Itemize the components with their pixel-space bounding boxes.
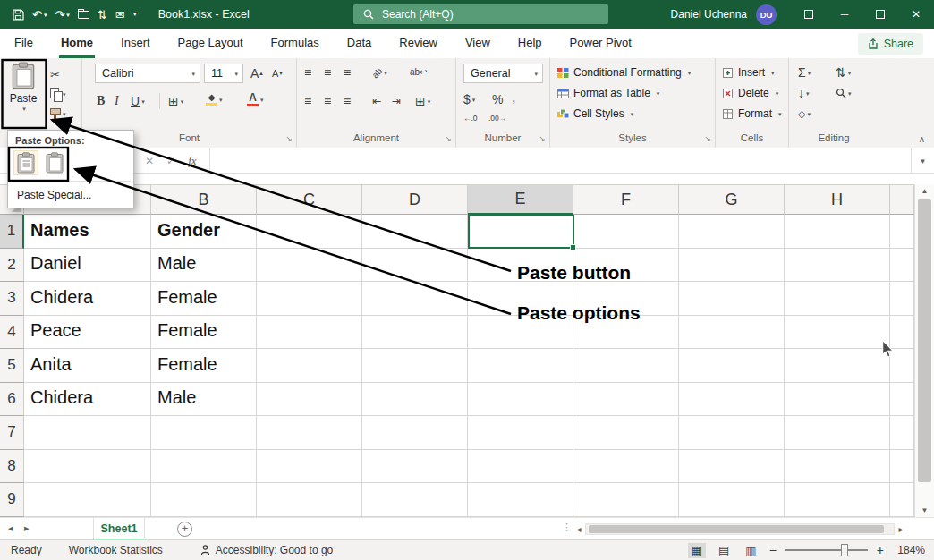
cell-E7[interactable] xyxy=(468,416,573,450)
new-sheet-button[interactable]: + xyxy=(177,522,192,537)
comma-style-button[interactable]: , xyxy=(512,89,515,106)
workbook-statistics-button[interactable]: Workbook Statistics xyxy=(69,544,163,556)
font-size-select[interactable]: 11▾ xyxy=(204,64,243,83)
tab-view[interactable]: View xyxy=(463,29,492,58)
font-family-select[interactable]: Calibri▾ xyxy=(95,64,200,83)
format-cells-button[interactable]: Format▾ xyxy=(723,105,782,123)
row-header-4[interactable]: 4 xyxy=(0,316,24,350)
enter-icon[interactable]: ✓ xyxy=(166,155,175,167)
decrease-font-size-button[interactable]: A▾ xyxy=(272,64,283,82)
cell-F2[interactable] xyxy=(573,249,679,283)
increase-font-size-button[interactable]: A▴ xyxy=(250,64,263,82)
tab-formulas[interactable]: Formulas xyxy=(269,29,321,58)
cell-H5[interactable] xyxy=(785,349,890,383)
scroll-down-icon[interactable]: ▼ xyxy=(915,504,934,517)
horizontal-scroll-thumb[interactable] xyxy=(589,525,884,533)
cell-H4[interactable] xyxy=(785,316,890,350)
row-header-3[interactable]: 3 xyxy=(0,282,24,316)
column-header-C[interactable]: C xyxy=(257,185,362,215)
email-icon[interactable]: ✉ xyxy=(115,9,125,21)
align-center-button[interactable]: ≡ xyxy=(324,92,331,110)
cell-G8[interactable] xyxy=(679,450,785,484)
merge-center-button[interactable]: ⊞▾ xyxy=(415,92,430,110)
sheet-nav-right-icon[interactable]: ▸ xyxy=(24,522,30,534)
cell-C9[interactable] xyxy=(257,483,362,517)
cell-B4[interactable]: Female xyxy=(151,316,257,350)
cell-B9[interactable] xyxy=(151,483,257,517)
cell-F5[interactable] xyxy=(573,349,679,383)
zoom-in-button[interactable]: + xyxy=(877,543,884,557)
tab-help[interactable]: Help xyxy=(516,29,544,58)
decrease-indent-button[interactable]: ⇤ xyxy=(372,92,381,110)
cell-F1[interactable] xyxy=(573,215,679,249)
sheet-tab-sheet1[interactable]: Sheet1 xyxy=(93,518,145,540)
cell-D2[interactable] xyxy=(362,249,468,283)
cell-E3[interactable] xyxy=(468,282,573,316)
cell-F4[interactable] xyxy=(573,316,679,350)
cell-C5[interactable] xyxy=(257,349,362,383)
cell-H2[interactable] xyxy=(785,249,890,283)
cell-D1[interactable] xyxy=(362,215,468,249)
cell-D3[interactable] xyxy=(362,282,468,316)
cell-G4[interactable] xyxy=(679,316,785,350)
align-left-button[interactable]: ≡ xyxy=(304,92,311,110)
cell-A4[interactable]: Peace xyxy=(24,316,151,350)
cell-A1[interactable]: Names xyxy=(24,215,151,249)
normal-view-icon[interactable]: ▦ xyxy=(688,543,706,558)
format-painter-button[interactable]: ▾ xyxy=(50,105,66,123)
paste-special-menu-item[interactable]: Paste Special... xyxy=(8,185,133,203)
zoom-slider[interactable] xyxy=(785,549,868,551)
find-select-button[interactable]: ▾ xyxy=(836,84,852,102)
number-format-select[interactable]: General▾ xyxy=(463,64,543,83)
cell-D7[interactable] xyxy=(362,416,468,450)
paste-button[interactable]: Paste ▾ xyxy=(4,62,43,126)
underline-button[interactable]: U▾ xyxy=(131,92,145,110)
cell-G5[interactable] xyxy=(679,349,785,383)
cell-G9[interactable] xyxy=(679,483,785,517)
cell-H7[interactable] xyxy=(785,416,890,450)
column-header-G[interactable]: G xyxy=(679,185,785,215)
horizontal-scroll-track[interactable] xyxy=(585,523,895,535)
vertical-scrollbar[interactable]: ▲ ▼ xyxy=(914,184,934,517)
column-header-E[interactable]: E xyxy=(468,185,573,215)
font-color-button[interactable]: A▾ xyxy=(247,90,264,108)
cell-E6[interactable] xyxy=(468,383,573,417)
search-box[interactable]: Search (Alt+Q) xyxy=(353,4,608,24)
delete-cells-button[interactable]: Delete▾ xyxy=(723,84,778,102)
horizontal-scrollbar[interactable]: ◂ ▸ xyxy=(573,522,907,536)
undo-button[interactable]: ↶▾ xyxy=(32,9,47,21)
cell-A5[interactable]: Anita xyxy=(24,349,151,383)
wrap-text-button[interactable]: ab↩ xyxy=(410,64,428,81)
row-header-5[interactable]: 5 xyxy=(0,349,24,383)
redo-button[interactable]: ↷▾ xyxy=(55,9,69,21)
accessibility-status-button[interactable]: Accessibility: Good to go xyxy=(200,544,333,556)
cell-C6[interactable] xyxy=(257,383,362,417)
scroll-right-icon[interactable]: ▸ xyxy=(895,524,907,534)
align-bottom-button[interactable]: ≡ xyxy=(344,64,351,81)
sort-filter-button[interactable]: ⇅▾ xyxy=(836,64,851,81)
column-header-H[interactable]: H xyxy=(785,185,890,215)
user-name[interactable]: Daniel Uchenna xyxy=(671,8,747,21)
cell-H3[interactable] xyxy=(785,282,890,316)
copy-button[interactable]: ▾ xyxy=(50,85,66,103)
cell-B7[interactable] xyxy=(151,416,257,450)
cell-styles-button[interactable]: Cell Styles▾ xyxy=(557,105,633,123)
cell-F3[interactable] xyxy=(573,282,679,316)
cell-F8[interactable] xyxy=(573,450,679,484)
row-header-8[interactable]: 8 xyxy=(0,450,24,484)
conditional-formatting-button[interactable]: Conditional Formatting▾ xyxy=(557,64,691,81)
tab-insert[interactable]: Insert xyxy=(119,29,152,58)
row-header-2[interactable]: 2 xyxy=(0,249,24,283)
cell-G1[interactable] xyxy=(679,215,785,249)
column-header-F[interactable]: F xyxy=(573,185,679,215)
clear-button[interactable]: ◇▾ xyxy=(798,105,811,123)
cell-G6[interactable] xyxy=(679,383,785,417)
zoom-slider-thumb[interactable] xyxy=(841,544,848,556)
cell-D4[interactable] xyxy=(362,316,468,350)
cell-F6[interactable] xyxy=(573,383,679,417)
vertical-scroll-thumb[interactable] xyxy=(918,199,931,482)
chevron-down-icon[interactable]: ▾ xyxy=(66,12,70,18)
cell-F7[interactable] xyxy=(573,416,679,450)
paste-keep-source-formatting-button[interactable] xyxy=(13,150,38,175)
cut-button[interactable]: ✂ xyxy=(50,65,60,83)
